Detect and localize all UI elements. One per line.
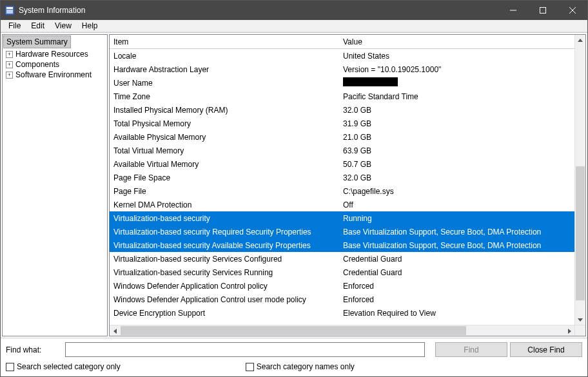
- tree-label: Components: [15, 60, 59, 69]
- category-tree[interactable]: System Summary + Hardware Resources + Co…: [2, 34, 108, 336]
- list-row[interactable]: Kernel DMA ProtectionOff: [110, 198, 574, 211]
- column-header-value[interactable]: Value: [339, 36, 574, 48]
- list-header: Item Value: [110, 35, 574, 49]
- minimize-button[interactable]: [498, 1, 528, 20]
- cell-item: Total Virtual Memory: [110, 146, 339, 155]
- menu-edit[interactable]: Edit: [26, 21, 50, 31]
- svg-marker-7: [113, 329, 117, 334]
- list-row[interactable]: Virtualization-based security Services C…: [110, 252, 574, 266]
- list-row[interactable]: Page FileC:\pagefile.sys: [110, 184, 574, 198]
- list-row[interactable]: Virtualization-based security Services R…: [110, 266, 574, 279]
- cell-item: Time Zone: [110, 92, 339, 101]
- find-button[interactable]: Find: [435, 342, 507, 357]
- list-row[interactable]: Time ZonePacific Standard Time: [110, 90, 574, 103]
- list-row[interactable]: Virtualization-based security Required S…: [110, 225, 574, 238]
- cell-item: Page File Space: [110, 173, 339, 182]
- cell-item: Virtualization-based security Available …: [110, 241, 339, 250]
- list-row[interactable]: Windows Defender Application Control use…: [110, 293, 574, 306]
- menu-file[interactable]: File: [3, 21, 26, 31]
- check-category-names[interactable]: Search category names only: [246, 362, 355, 371]
- cell-item: Virtualization-based security Services C…: [110, 255, 339, 264]
- tree-node-software[interactable]: + Software Environment: [3, 70, 106, 80]
- cell-value: Enforced: [339, 282, 574, 291]
- tree-label: Software Environment: [15, 70, 92, 79]
- list-row[interactable]: Device Encryption SupportElevation Requi…: [110, 306, 574, 320]
- scroll-down-icon[interactable]: [575, 314, 585, 325]
- scrollbar-corner: [575, 325, 585, 336]
- list-row[interactable]: Total Virtual Memory63.9 GB: [110, 144, 574, 157]
- vertical-scrollbar[interactable]: [574, 35, 585, 336]
- list-row[interactable]: Available Physical Memory21.0 GB: [110, 130, 574, 144]
- cell-value: Base Virtualization Support, Secure Boot…: [339, 227, 574, 237]
- cell-item: Windows Defender Application Control pol…: [110, 282, 339, 291]
- tree-root[interactable]: System Summary: [3, 35, 71, 48]
- checkbox-icon[interactable]: [246, 363, 254, 371]
- cell-value: Credential Guard: [339, 255, 574, 264]
- cell-item: Virtualization-based security Required S…: [110, 227, 339, 237]
- redacted-value: [343, 77, 398, 86]
- list-row[interactable]: Total Physical Memory31.9 GB: [110, 117, 574, 130]
- scroll-left-icon[interactable]: [110, 325, 121, 336]
- cell-item: Virtualization-based security Services R…: [110, 268, 339, 277]
- app-icon: [5, 5, 15, 15]
- svg-marker-10: [578, 318, 583, 322]
- list-row[interactable]: Hardware Abstraction LayerVersion = "10.…: [110, 63, 574, 76]
- scrollbar-thumb[interactable]: [576, 166, 585, 300]
- scrollbar-track[interactable]: [575, 46, 585, 314]
- cell-value: 31.9 GB: [339, 119, 574, 128]
- cell-value: Pacific Standard Time: [339, 92, 574, 101]
- menu-view[interactable]: View: [50, 21, 77, 31]
- cell-item: Available Physical Memory: [110, 133, 339, 142]
- list-body[interactable]: LocaleUnited StatesHardware Abstraction …: [110, 49, 574, 325]
- list-row[interactable]: Windows Defender Application Control pol…: [110, 279, 574, 293]
- checkbox-icon[interactable]: [6, 363, 14, 371]
- cell-value: 50.7 GB: [339, 160, 574, 169]
- maximize-button[interactable]: [528, 1, 558, 20]
- find-input[interactable]: [65, 342, 425, 357]
- cell-value: Base Virtualization Support, Secure Boot…: [339, 241, 574, 250]
- horizontal-scrollbar[interactable]: [110, 325, 574, 336]
- list-row[interactable]: Installed Physical Memory (RAM)32.0 GB: [110, 103, 574, 117]
- close-button[interactable]: [558, 1, 587, 20]
- scroll-right-icon[interactable]: [564, 325, 574, 336]
- cell-value: 63.9 GB: [339, 146, 574, 155]
- close-find-button[interactable]: Close Find: [510, 342, 582, 357]
- tree-node-components[interactable]: + Components: [3, 59, 106, 70]
- list-row[interactable]: Available Virtual Memory50.7 GB: [110, 157, 574, 171]
- svg-marker-9: [578, 39, 583, 42]
- expand-icon[interactable]: +: [6, 51, 13, 58]
- cell-item: Windows Defender Application Control use…: [110, 295, 339, 304]
- window-controls: [498, 1, 587, 20]
- details-list: Item Value LocaleUnited StatesHardware A…: [109, 34, 586, 336]
- menu-help[interactable]: Help: [77, 21, 103, 31]
- list-row[interactable]: Virtualization-based securityRunning: [110, 211, 574, 225]
- tree-node-hardware[interactable]: + Hardware Resources: [3, 49, 106, 59]
- window-title: System Information: [19, 6, 498, 15]
- app-window: System Information File Edit View Help S…: [0, 0, 588, 377]
- cell-item: Virtualization-based security: [110, 214, 339, 223]
- cell-value: Enforced: [339, 295, 574, 304]
- cell-value: Elevation Required to View: [339, 309, 574, 318]
- cell-value: United States: [339, 52, 574, 61]
- expand-icon[interactable]: +: [6, 61, 13, 68]
- list-row[interactable]: Page File Space32.0 GB: [110, 171, 574, 184]
- scrollbar-track[interactable]: [121, 325, 564, 336]
- column-header-item[interactable]: Item: [110, 36, 339, 48]
- cell-item: Kernel DMA Protection: [110, 200, 339, 209]
- list-row[interactable]: LocaleUnited States: [110, 49, 574, 63]
- expand-icon[interactable]: +: [6, 72, 13, 79]
- cell-value: 21.0 GB: [339, 133, 574, 142]
- cell-item: Page File: [110, 187, 339, 196]
- content-area: System Summary + Hardware Resources + Co…: [1, 32, 587, 338]
- checkbox-label: Search selected category only: [17, 362, 121, 371]
- svg-rect-4: [540, 8, 546, 14]
- check-selected-category[interactable]: Search selected category only: [6, 362, 121, 371]
- cell-item: Locale: [110, 52, 339, 61]
- scroll-up-icon[interactable]: [575, 35, 585, 46]
- list-row[interactable]: Virtualization-based security Available …: [110, 238, 574, 252]
- list-row[interactable]: User Name: [110, 76, 574, 90]
- cell-value: C:\pagefile.sys: [339, 187, 574, 196]
- menu-bar: File Edit View Help: [1, 20, 587, 32]
- scrollbar-thumb[interactable]: [121, 326, 466, 335]
- title-bar[interactable]: System Information: [1, 1, 587, 20]
